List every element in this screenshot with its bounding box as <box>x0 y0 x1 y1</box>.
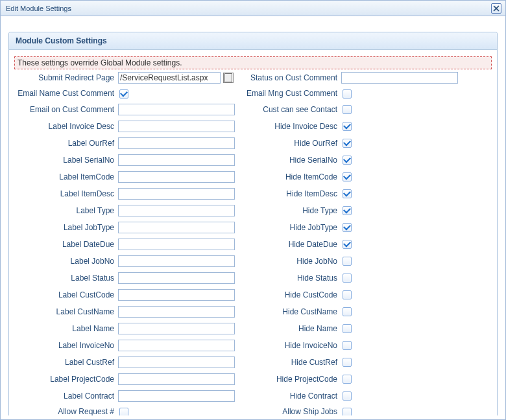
label-custcode-input[interactable] <box>118 289 235 301</box>
label-contract-label: Label Contract <box>14 391 118 401</box>
hide-contract-label: Hide Contract <box>237 391 341 401</box>
label-serialno-label: Label SerialNo <box>14 156 118 165</box>
hide-contract-checkbox[interactable] <box>343 391 352 401</box>
dialog-title: Edit Module Settings <box>6 5 71 12</box>
cust-see-contact-cell <box>341 104 461 114</box>
hide-custcode-checkbox[interactable] <box>343 290 352 299</box>
label-projectcode-input[interactable] <box>118 373 235 385</box>
label-datedue-input[interactable] <box>118 239 235 250</box>
hide-invoiceno-label: Hide InvoiceNo <box>237 341 341 350</box>
email-name-cust-label: Email Name Cust Comment <box>14 89 118 98</box>
hide-datedue-label: Hide DateDue <box>237 240 341 249</box>
hide-serialno-label: Hide SerialNo <box>237 156 341 165</box>
hide-projectcode-checkbox[interactable] <box>343 375 352 384</box>
hide-invoice-desc-checkbox[interactable] <box>343 122 352 131</box>
hide-custref-label: Hide CustRef <box>237 358 341 367</box>
submit-redirect-input[interactable] <box>118 72 221 84</box>
settings-grid: Submit Redirect Page Status on Cust Comm… <box>14 72 492 415</box>
label-jobtype-input[interactable] <box>118 222 235 233</box>
label-name-input[interactable] <box>118 323 235 334</box>
hide-jobtype-checkbox[interactable] <box>343 223 352 232</box>
settings-panel: Module Custom Settings These settings ov… <box>8 32 498 415</box>
label-invoice-desc-label: Label Invoice Desc <box>14 122 118 131</box>
label-custcode-label: Label CustCode <box>14 290 118 299</box>
submit-redirect-cell <box>118 72 237 84</box>
label-custref-label: Label CustRef <box>14 358 118 367</box>
page-picker-icon[interactable] <box>223 73 234 83</box>
cust-see-contact-label: Cust can see Contact <box>237 105 341 114</box>
hide-datedue-checkbox[interactable] <box>343 240 352 249</box>
label-projectcode-label: Label ProjectCode <box>14 375 118 384</box>
hide-jobtype-label: Hide JobType <box>237 223 341 232</box>
submit-redirect-label: Submit Redirect Page <box>14 73 118 82</box>
label-datedue-label: Label DateDue <box>14 240 118 249</box>
hide-status-checkbox[interactable] <box>343 274 352 283</box>
hide-invoice-desc-label: Hide Invoice Desc <box>237 122 341 131</box>
email-mng-cust-label: Email Mng Cust Comment <box>237 89 341 98</box>
close-button[interactable] <box>491 3 501 14</box>
hide-type-checkbox[interactable] <box>343 206 352 215</box>
email-name-cust-checkbox[interactable] <box>119 89 128 99</box>
label-itemcode-label: Label ItemCode <box>14 172 118 181</box>
hide-itemdesc-checkbox[interactable] <box>343 189 352 198</box>
hide-serialno-checkbox[interactable] <box>343 156 352 165</box>
hide-custname-label: Hide CustName <box>237 307 341 316</box>
label-itemdesc-input[interactable] <box>118 188 235 200</box>
close-icon <box>493 5 500 12</box>
label-invoiceno-input[interactable] <box>118 340 235 351</box>
label-contract-input[interactable] <box>118 390 235 402</box>
label-status-label: Label Status <box>14 274 118 283</box>
hide-custname-checkbox[interactable] <box>343 307 352 316</box>
hide-itemdesc-label: Hide ItemDesc <box>237 189 341 198</box>
label-status-input[interactable] <box>118 272 235 284</box>
label-jobno-input[interactable] <box>118 255 235 267</box>
hide-custcode-label: Hide CustCode <box>237 290 341 299</box>
hide-ourref-checkbox[interactable] <box>343 139 352 148</box>
allow-request-label: Allow Request # <box>14 407 118 415</box>
hide-name-checkbox[interactable] <box>343 324 352 333</box>
hide-status-label: Hide Status <box>237 274 341 283</box>
email-name-cust-cell <box>118 89 237 99</box>
hide-invoiceno-checkbox[interactable] <box>343 341 352 350</box>
dialog-titlebar: Edit Module Settings <box>1 1 505 16</box>
email-mng-cust-cell <box>341 89 461 99</box>
label-custname-input[interactable] <box>118 306 235 318</box>
label-invoiceno-label: Label InvoiceNo <box>14 341 118 350</box>
label-serialno-input[interactable] <box>118 154 235 166</box>
label-ourref-input[interactable] <box>118 137 235 149</box>
panel-title: Module Custom Settings <box>9 32 497 50</box>
email-mng-cust-checkbox[interactable] <box>343 89 352 99</box>
label-jobtype-label: Label JobType <box>14 223 118 232</box>
allow-ship-jobs-label: Allow Ship Jobs <box>237 407 341 415</box>
cust-see-contact-checkbox[interactable] <box>343 105 352 114</box>
label-type-label: Label Type <box>14 206 118 215</box>
label-type-input[interactable] <box>118 205 235 216</box>
status-on-cust-label: Status on Cust Comment <box>237 73 341 82</box>
status-on-cust-input[interactable] <box>341 72 458 84</box>
label-custname-label: Label CustName <box>14 307 118 316</box>
label-itemdesc-label: Label ItemDesc <box>14 189 118 198</box>
label-custref-input[interactable] <box>118 356 235 368</box>
label-jobno-label: Label JobNo <box>14 257 118 266</box>
hide-type-label: Hide Type <box>237 206 341 215</box>
status-on-cust-cell <box>341 72 461 84</box>
email-on-cust-label: Email on Cust Comment <box>14 105 118 114</box>
hide-jobno-checkbox[interactable] <box>343 257 352 266</box>
label-itemcode-input[interactable] <box>118 171 235 183</box>
hide-jobno-label: Hide JobNo <box>237 257 341 266</box>
dialog-body: Module Custom Settings These settings ov… <box>1 16 505 415</box>
label-name-label: Label Name <box>14 324 118 333</box>
label-ourref-label: Label OurRef <box>14 139 118 148</box>
email-on-cust-input[interactable] <box>118 104 235 115</box>
allow-ship-jobs-checkbox[interactable] <box>343 408 352 415</box>
label-invoice-desc-input[interactable] <box>118 121 235 132</box>
hide-custref-checkbox[interactable] <box>343 358 352 367</box>
hide-itemcode-label: Hide ItemCode <box>237 172 341 181</box>
hide-ourref-label: Hide OurRef <box>237 139 341 148</box>
panel-body: These settings override Global Module se… <box>9 50 497 415</box>
email-on-cust-cell <box>118 104 237 115</box>
allow-request-checkbox[interactable] <box>119 408 128 415</box>
hide-itemcode-checkbox[interactable] <box>343 172 352 181</box>
override-notice: These settings override Global Module se… <box>14 56 492 69</box>
hide-projectcode-label: Hide ProjectCode <box>237 375 341 384</box>
